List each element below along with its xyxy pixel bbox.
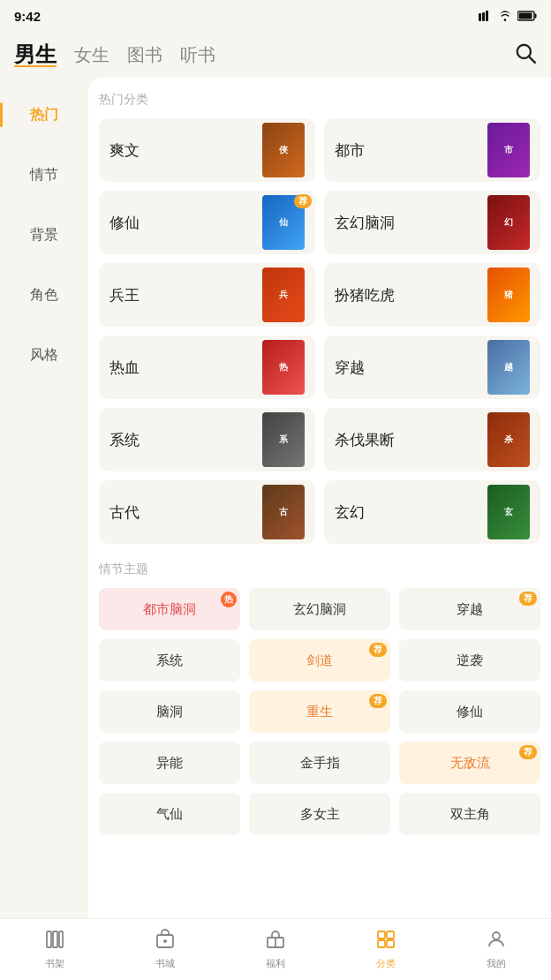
- sidebar-item-background[interactable]: 背景: [0, 205, 88, 265]
- tag-qixian[interactable]: 气仙: [99, 793, 240, 835]
- sidebar: 热门 情节 背景 角色 风格: [0, 78, 88, 920]
- status-bar: 9:42: [0, 0, 551, 32]
- bottom-nav-profile[interactable]: 我的: [441, 919, 551, 980]
- book-cover-dushi: 市: [487, 123, 530, 177]
- category-card-xitong[interactable]: 系统 系: [99, 408, 315, 471]
- bottom-nav-category[interactable]: 分类: [330, 919, 441, 980]
- book-cover-shuangwen: 侠: [262, 123, 305, 177]
- sidebar-item-style[interactable]: 风格: [0, 325, 88, 385]
- svg-point-20: [493, 932, 500, 939]
- book-cover-xuanhuan2: 玄: [487, 485, 530, 539]
- battery-icon: [517, 11, 537, 21]
- profile-label: 我的: [487, 957, 506, 970]
- tag-yineng[interactable]: 异能: [99, 742, 240, 784]
- tag-xitong[interactable]: 系统: [99, 639, 240, 682]
- tag-dushinaodong[interactable]: 都市脑洞 热: [99, 588, 240, 630]
- bookstore-icon: [155, 929, 176, 954]
- book-cover-rexue: 热: [262, 340, 305, 395]
- badge-rec-xiuxian: 荐: [294, 194, 312, 208]
- svg-rect-2: [486, 11, 488, 21]
- category-card-chuanyue[interactable]: 穿越 越: [324, 335, 540, 399]
- tag-grid: 都市脑洞 热 玄幻脑洞 穿越 荐 系统 剑道 荐 逆: [99, 588, 540, 835]
- hot-section-title: 热门分类: [99, 92, 540, 108]
- category-card-rexue[interactable]: 热血 热: [99, 335, 315, 399]
- sidebar-item-character[interactable]: 角色: [0, 265, 88, 325]
- svg-rect-16: [378, 931, 385, 939]
- tag-shuangzhujiao[interactable]: 双主角: [399, 793, 540, 835]
- theme-section-title: 情节主题: [99, 562, 540, 577]
- tab-books[interactable]: 图书: [127, 43, 162, 67]
- svg-rect-4: [535, 14, 537, 19]
- category-card-xiuxian[interactable]: 修仙 仙 荐: [99, 191, 315, 254]
- tag-wudiliu[interactable]: 无敌流 荐: [399, 742, 540, 784]
- book-cover-chuanyue: 越: [487, 340, 530, 395]
- top-nav: 男生 女生 图书 听书: [0, 32, 551, 78]
- bookshelf-label: 书架: [45, 957, 64, 970]
- bookstore-label: 书城: [155, 957, 175, 970]
- svg-line-7: [529, 57, 535, 63]
- tag-nixi[interactable]: 逆袭: [399, 639, 540, 682]
- book-cover-shafa: 杀: [487, 412, 530, 467]
- svg-rect-10: [59, 931, 63, 947]
- tag-jinshouzi[interactable]: 金手指: [249, 742, 390, 784]
- bottom-nav-bookshelf[interactable]: 书架: [0, 919, 110, 980]
- svg-rect-5: [519, 13, 532, 19]
- tab-male[interactable]: 男生: [14, 41, 57, 69]
- bottom-nav-welfare[interactable]: 福利: [221, 919, 331, 980]
- tag-chongsheng[interactable]: 重生 荐: [249, 690, 390, 733]
- category-card-banzhu[interactable]: 扮猪吃虎 猪: [324, 263, 540, 327]
- category-icon: [375, 929, 396, 954]
- svg-rect-1: [482, 12, 485, 21]
- right-content: 热门分类 爽文 侠 都市 市 修仙 仙 荐 玄幻脑洞 幻: [88, 78, 551, 920]
- category-card-shafa[interactable]: 杀伐果断 杀: [324, 408, 540, 471]
- sim-icon: [479, 11, 493, 21]
- category-grid: 爽文 侠 都市 市 修仙 仙 荐 玄幻脑洞 幻 兵王 兵: [99, 118, 540, 544]
- book-cover-xitong: 系: [262, 412, 305, 467]
- badge-rec-chongsheng: 荐: [369, 694, 387, 708]
- category-card-dushi[interactable]: 都市 市: [324, 118, 540, 182]
- wifi-icon: [498, 11, 512, 21]
- welfare-icon: [265, 929, 286, 954]
- tag-chuanyue[interactable]: 穿越 荐: [399, 588, 540, 630]
- svg-rect-8: [47, 931, 51, 947]
- svg-rect-18: [378, 940, 385, 947]
- svg-rect-0: [479, 13, 481, 21]
- svg-rect-17: [387, 931, 394, 939]
- svg-rect-9: [53, 931, 57, 947]
- status-time: 9:42: [14, 9, 41, 24]
- category-card-shuangwen[interactable]: 爽文 侠: [99, 118, 315, 182]
- badge-hot-dushi: 热: [221, 592, 237, 607]
- book-cover-gudai: 古: [262, 485, 305, 539]
- category-card-bingwang[interactable]: 兵王 兵: [99, 263, 315, 327]
- book-cover-xuanhuan: 幻: [487, 195, 530, 250]
- bookshelf-icon: [44, 929, 65, 954]
- category-label: 分类: [376, 957, 396, 970]
- sidebar-item-hot[interactable]: 热门: [0, 85, 88, 145]
- status-icons: [479, 11, 537, 21]
- tag-jiandao[interactable]: 剑道 荐: [249, 639, 390, 682]
- welfare-label: 福利: [266, 957, 285, 970]
- book-cover-banzhu: 猪: [487, 268, 530, 322]
- book-cover-bingwang: 兵: [262, 268, 305, 322]
- bottom-nav: 书架 书城 福利: [0, 918, 551, 980]
- tab-female[interactable]: 女生: [74, 43, 109, 67]
- badge-rec-chuanyue: 荐: [519, 592, 537, 606]
- main-content: 热门 情节 背景 角色 风格 热门分类 爽文 侠 都市 市: [0, 78, 551, 920]
- tag-duonvzhu[interactable]: 多女主: [249, 793, 390, 835]
- tag-xuanhuannaodong[interactable]: 玄幻脑洞: [249, 588, 390, 630]
- search-button[interactable]: [514, 41, 537, 68]
- badge-rec-wudiliu: 荐: [519, 745, 537, 759]
- profile-icon: [486, 929, 507, 954]
- svg-rect-19: [387, 940, 394, 947]
- category-card-xuanhuan[interactable]: 玄幻脑洞 幻: [324, 191, 540, 254]
- tag-xiuxian[interactable]: 修仙: [399, 690, 540, 733]
- sidebar-item-plot[interactable]: 情节: [0, 145, 88, 205]
- bottom-nav-bookstore[interactable]: 书城: [110, 919, 221, 980]
- tag-naodong[interactable]: 脑洞: [99, 690, 240, 733]
- category-card-gudai[interactable]: 古代 古: [99, 480, 315, 544]
- tab-audio[interactable]: 听书: [180, 43, 215, 67]
- badge-rec-jiandao: 荐: [369, 643, 387, 657]
- category-card-xuanhuan2[interactable]: 玄幻 玄: [324, 480, 540, 544]
